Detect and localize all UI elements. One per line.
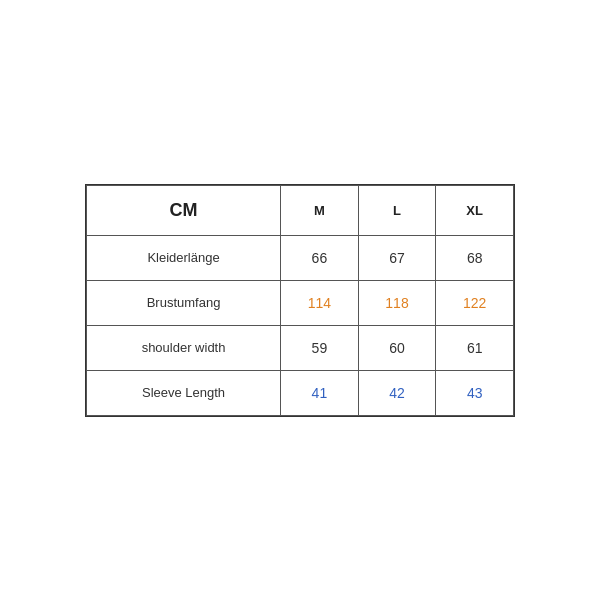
header-l: L xyxy=(358,185,436,235)
row-val-m: 114 xyxy=(281,280,359,325)
size-table-container: CM M L XL Kleiderlänge666768Brustumfang1… xyxy=(85,184,515,417)
table-body: Kleiderlänge666768Brustumfang114118122sh… xyxy=(87,235,514,415)
row-val-m: 41 xyxy=(281,370,359,415)
row-val-xl: 122 xyxy=(436,280,514,325)
row-label: shoulder width xyxy=(87,325,281,370)
row-val-m: 59 xyxy=(281,325,359,370)
table-row: Brustumfang114118122 xyxy=(87,280,514,325)
size-table: CM M L XL Kleiderlänge666768Brustumfang1… xyxy=(86,185,514,416)
row-val-xl: 61 xyxy=(436,325,514,370)
table-row: shoulder width596061 xyxy=(87,325,514,370)
table-header-row: CM M L XL xyxy=(87,185,514,235)
row-label: Brustumfang xyxy=(87,280,281,325)
row-val-m: 66 xyxy=(281,235,359,280)
table-row: Sleeve Length414243 xyxy=(87,370,514,415)
row-val-l: 118 xyxy=(358,280,436,325)
table-row: Kleiderlänge666768 xyxy=(87,235,514,280)
row-val-xl: 43 xyxy=(436,370,514,415)
row-val-xl: 68 xyxy=(436,235,514,280)
row-val-l: 67 xyxy=(358,235,436,280)
row-val-l: 42 xyxy=(358,370,436,415)
header-m: M xyxy=(281,185,359,235)
row-val-l: 60 xyxy=(358,325,436,370)
row-label: Kleiderlänge xyxy=(87,235,281,280)
row-label: Sleeve Length xyxy=(87,370,281,415)
header-xl: XL xyxy=(436,185,514,235)
header-cm: CM xyxy=(87,185,281,235)
